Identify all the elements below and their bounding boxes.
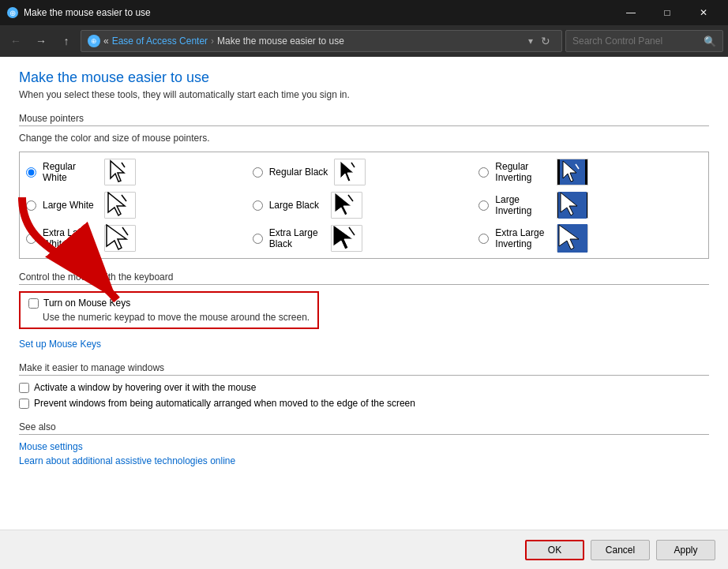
main-area: Make the mouse easier to use When you se… (0, 57, 728, 530)
apply-button[interactable]: Apply (656, 540, 715, 560)
pointer-preview-lw (104, 192, 136, 219)
pointer-radio-ri[interactable] (478, 167, 489, 178)
svg-line-3 (122, 163, 125, 167)
pointer-desc: Change the color and size of mouse point… (19, 133, 709, 144)
svg-line-5 (351, 163, 355, 167)
hover-checkbox-row: Activate a window by hovering over it wi… (19, 382, 709, 393)
titlebar-title: Make the mouse easier to use (24, 7, 613, 18)
titlebar-controls: — □ ✕ (613, 0, 722, 25)
mouse-keys-label: Turn on Mouse Keys (43, 298, 130, 309)
breadcrumb-separator: « (103, 36, 109, 47)
addressbar: ← → ↑ ⊕ « Ease of Access Center › Make t… (0, 25, 728, 57)
up-button[interactable]: ↑ (55, 30, 77, 52)
pointer-label-lw: Large White (43, 200, 98, 211)
breadcrumb-current: Make the mouse easier to use (217, 36, 344, 47)
back-button[interactable]: ← (5, 30, 27, 52)
bottombar: OK Cancel Apply (0, 530, 728, 569)
maximize-button[interactable]: □ (649, 0, 685, 25)
breadcrumb: « Ease of Access Center › Make the mouse… (103, 36, 344, 47)
pointer-preview-li (557, 192, 588, 219)
pointer-option-lb: Large Black (253, 192, 476, 219)
pointer-option-lw: Large White (26, 192, 250, 219)
pointer-radio-xi[interactable] (478, 234, 489, 244)
mouse-keys-checkbox-row: Turn on Mouse Keys (28, 298, 310, 309)
cancel-button[interactable]: Cancel (591, 540, 650, 560)
pointer-radio-xw[interactable] (26, 234, 36, 244)
address-globe-icon: ⊕ (88, 35, 100, 47)
ok-button[interactable]: OK (525, 540, 584, 560)
manage-windows-section: Make it easier to manage windows Activat… (19, 362, 709, 409)
search-input[interactable] (572, 36, 699, 47)
see-also-section: See also Mouse settings Learn about addi… (19, 421, 709, 466)
pointer-radio-rw[interactable] (26, 167, 36, 178)
address-box: ⊕ « Ease of Access Center › Make the mou… (81, 30, 562, 52)
pointer-label-xb: Extra LargeBlack (269, 227, 325, 250)
pointer-radio-rb[interactable] (253, 167, 263, 178)
pointers-grid: RegularWhite Regular Black (19, 152, 709, 259)
mouse-keys-box: Turn on Mouse Keys Use the numeric keypa… (19, 291, 319, 329)
pointer-preview-lb (331, 192, 362, 219)
titlebar: ⊕ Make the mouse easier to use — □ ✕ (0, 0, 728, 25)
mouse-keys-header: Control the mouse with the keyboard (19, 271, 709, 285)
pointer-label-ri: RegularInverting (495, 161, 550, 184)
refresh-icon[interactable]: ↻ (536, 30, 555, 52)
mouse-keys-desc: Use the numeric keypad to move the mouse… (28, 312, 310, 323)
svg-line-12 (348, 195, 353, 201)
pointer-option-rb: Regular Black (253, 159, 476, 185)
pointer-label-li: LargeInverting (495, 194, 550, 217)
content-area: Make the mouse easier to use When you se… (0, 57, 728, 530)
see-also-header: See also (19, 421, 709, 435)
pointer-label-rw: RegularWhite (43, 161, 98, 184)
pointer-label-xw: Extra LargeWhite (43, 227, 98, 250)
window-icon: ⊕ (6, 6, 19, 19)
pointer-option-xi: Extra LargeInverting (478, 225, 702, 252)
pointer-label-xi: Extra LargeInverting (495, 227, 550, 250)
mouse-pointers-header: Mouse pointers (19, 113, 709, 126)
breadcrumb-ease-of-access[interactable]: Ease of Access Center (112, 36, 208, 47)
snap-checkbox[interactable] (19, 399, 29, 409)
pointer-preview-rb (334, 159, 366, 185)
manage-windows-header: Make it easier to manage windows (19, 362, 709, 376)
svg-line-16 (122, 227, 128, 235)
pointer-preview-xb (331, 225, 362, 252)
mouse-pointers-section: Mouse pointers Change the color and size… (19, 113, 709, 259)
svg-line-10 (122, 195, 126, 201)
pointer-preview-xw (104, 225, 136, 252)
search-icon: 🔍 (704, 36, 716, 47)
breadcrumb-arrow: › (211, 36, 214, 47)
mouse-keys-checkbox[interactable] (28, 298, 39, 309)
assistive-tech-link[interactable]: Learn about additional assistive technol… (19, 455, 709, 466)
pointer-preview-rw (104, 159, 136, 185)
svg-line-18 (349, 227, 355, 235)
pointer-option-rw: RegularWhite (26, 159, 250, 185)
pointer-option-xw: Extra LargeWhite (26, 225, 250, 252)
minimize-button[interactable]: — (613, 0, 649, 25)
pointer-option-xb: Extra LargeBlack (253, 225, 476, 252)
hover-label: Activate a window by hovering over it wi… (34, 382, 256, 393)
close-button[interactable]: ✕ (685, 0, 722, 25)
pointer-radio-xb[interactable] (253, 234, 263, 244)
svg-text:⊕: ⊕ (9, 9, 16, 17)
forward-button[interactable]: → (30, 30, 52, 52)
address-dropdown-icon[interactable]: ▾ (528, 36, 533, 47)
page-subtitle: When you select these tools, they will a… (19, 89, 709, 100)
hover-checkbox[interactable] (19, 383, 29, 393)
pointer-radio-lw[interactable] (26, 200, 36, 211)
mouse-keys-outer-section: Control the mouse with the keyboard Turn… (19, 271, 709, 350)
pointer-option-ri: RegularInverting (478, 159, 702, 185)
pointer-label-lb: Large Black (269, 200, 325, 211)
pointer-preview-xi (557, 225, 588, 252)
snap-label: Prevent windows from being automatically… (34, 398, 415, 409)
search-box: 🔍 (565, 30, 723, 52)
pointer-radio-lb[interactable] (253, 200, 263, 211)
mouse-settings-link[interactable]: Mouse settings (19, 441, 709, 452)
setup-mouse-keys-link[interactable]: Set up Mouse Keys (19, 339, 709, 350)
pointer-radio-li[interactable] (478, 200, 489, 211)
snap-checkbox-row: Prevent windows from being automatically… (19, 398, 709, 409)
page-title: Make the mouse easier to use (19, 69, 709, 86)
pointer-label-rb: Regular Black (269, 167, 328, 178)
pointer-preview-ri (557, 159, 588, 185)
pointer-option-li: LargeInverting (478, 192, 702, 219)
